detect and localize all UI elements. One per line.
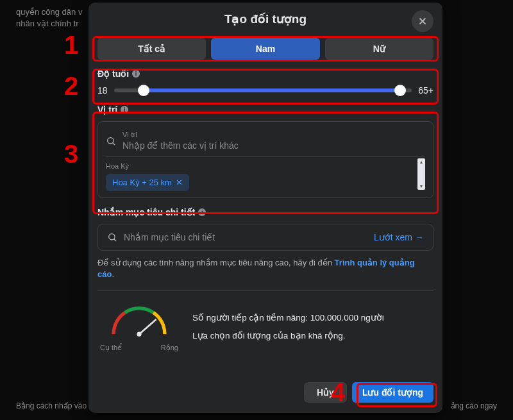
reach-text: Số người tiếp cận tiềm năng: 100.000.000…: [192, 312, 433, 340]
chip-remove-icon[interactable]: ✕: [176, 178, 183, 187]
gender-all-button[interactable]: Tất cả: [97, 38, 206, 60]
hint-pre: Để sử dụng các tính năng nhắm mục tiêu n…: [97, 258, 335, 267]
create-audience-modal: Tạo đối tượng Tất cả Nam Nữ Độ tuổi i 18: [88, 3, 442, 413]
gauge-label-specific: Cụ thể: [100, 344, 122, 352]
info-icon[interactable]: i: [121, 106, 128, 113]
scroll-down-icon: ▾: [420, 183, 423, 189]
location-card: Vị trí Hoa Kỳ Hoa Kỳ + 25 km ✕ ▴ ▾: [97, 121, 433, 198]
reach-row: Cụ thể Rộng Số người tiếp cận tiềm năng:…: [97, 300, 433, 352]
location-label: Vị trí i: [97, 105, 433, 115]
targeting-section: Nhắm mục tiêu chi tiết i Lướt xem → Để s…: [97, 207, 433, 280]
modal-footer: Hủy Lưu đối tượng: [88, 376, 442, 413]
age-slider-thumb-min[interactable]: [138, 85, 149, 96]
location-search-row: Vị trí: [106, 128, 425, 156]
search-icon: [106, 136, 116, 146]
svg-point-1: [109, 234, 115, 240]
annotation-number-3: 3: [64, 140, 78, 169]
gauge-block: Cụ thể Rộng: [97, 300, 181, 352]
background-text-bottom-left: Bằng cách nhấp vào Qu: [16, 401, 99, 410]
age-label: Độ tuổi i: [97, 69, 433, 79]
age-max: 65+: [418, 85, 433, 96]
info-icon[interactable]: i: [198, 208, 206, 216]
svg-line-2: [139, 319, 156, 334]
targeting-input[interactable]: [124, 232, 367, 242]
svg-point-0: [108, 138, 114, 144]
location-group-label: Hoa Kỳ: [106, 162, 425, 170]
arrow-right-icon: →: [415, 232, 424, 242]
browse-link[interactable]: Lướt xem →: [374, 232, 424, 242]
location-label-text: Vị trí: [97, 105, 117, 115]
targeting-label-text: Nhắm mục tiêu chi tiết: [97, 207, 195, 217]
location-results: Hoa Kỳ Hoa Kỳ + 25 km ✕ ▴ ▾: [106, 156, 425, 191]
save-audience-button[interactable]: Lưu đối tượng: [352, 382, 433, 403]
scrollbar[interactable]: ▴ ▾: [417, 158, 425, 190]
svg-point-3: [137, 332, 141, 337]
gender-segments: Tất cả Nam Nữ: [97, 38, 433, 60]
modal-title: Tạo đối tượng: [224, 12, 307, 26]
close-icon: [417, 15, 428, 27]
gauge-icon: [104, 300, 174, 340]
search-icon: [107, 232, 117, 242]
info-icon[interactable]: i: [132, 70, 140, 78]
age-label-text: Độ tuổi: [97, 69, 129, 79]
scroll-up-icon: ▴: [420, 159, 423, 165]
age-slider-track[interactable]: [114, 88, 412, 92]
targeting-search-row: Lướt xem →: [97, 224, 433, 251]
hint-post: .: [112, 269, 114, 279]
age-slider-row: 18 65+: [97, 85, 433, 96]
annotation-number-2: 2: [64, 72, 78, 101]
gender-male-button[interactable]: Nam: [211, 38, 319, 60]
gender-female-button[interactable]: Nữ: [325, 38, 433, 60]
divider: [97, 290, 433, 291]
reach-count: Số người tiếp cận tiềm năng: 100.000.000…: [192, 312, 433, 323]
background-text-bottom-right: ảng cáo ngay: [451, 401, 497, 410]
gauge-label-broad: Rộng: [161, 344, 178, 352]
location-input[interactable]: [122, 140, 425, 151]
targeting-hint: Để sử dụng các tính năng nhắm mục tiêu n…: [97, 257, 433, 280]
close-button[interactable]: [412, 10, 433, 32]
age-section: Độ tuổi i 18 65+: [97, 69, 433, 96]
cancel-button[interactable]: Hủy: [304, 382, 347, 403]
age-slider-fill: [144, 88, 400, 92]
modal-header: Tạo đối tượng: [88, 3, 442, 34]
background-text-top: quyền công dân v nhân vật chính tr: [0, 0, 98, 36]
age-slider-thumb-max[interactable]: [394, 85, 406, 96]
location-section: Vị trí i Vị trí Hoa Kỳ Hoa Kỳ + 25: [97, 105, 433, 198]
browse-text: Lướt xem: [374, 232, 412, 242]
location-chip-text: Hoa Kỳ + 25 km: [112, 178, 172, 187]
modal-body: Tất cả Nam Nữ Độ tuổi i 18 65+ Vị trí: [88, 34, 442, 376]
location-inner-label: Vị trí: [122, 131, 425, 139]
location-chip[interactable]: Hoa Kỳ + 25 km ✕: [106, 174, 189, 191]
targeting-label: Nhắm mục tiêu chi tiết i: [97, 207, 433, 217]
reach-description: Lựa chọn đối tượng của bạn khá rộng.: [192, 330, 433, 340]
age-min: 18: [97, 85, 108, 96]
